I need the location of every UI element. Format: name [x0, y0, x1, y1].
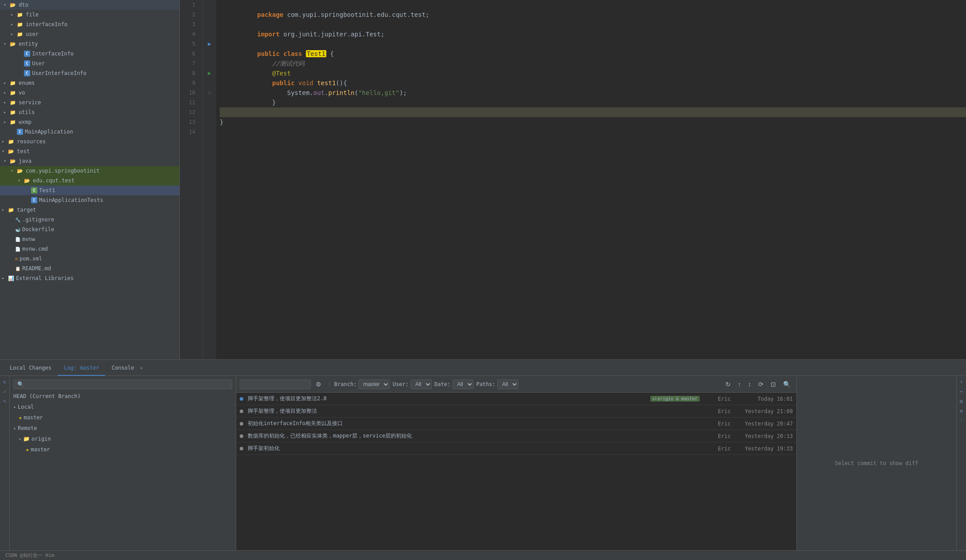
- tree-item-wxmp[interactable]: wxmp: [0, 117, 179, 127]
- tree-item-pom-xml[interactable]: m pom.xml: [0, 254, 179, 264]
- branch-search-input[interactable]: [13, 379, 232, 389]
- branch-item-head[interactable]: HEAD (Current Branch): [10, 391, 236, 402]
- tree-item-interfaceInfo[interactable]: interfaceInfo: [0, 20, 179, 29]
- tree-item-dto[interactable]: dto: [0, 0, 179, 10]
- push-icon[interactable]: ↑: [736, 379, 743, 389]
- tree-item-edu-cqut[interactable]: edu.cqut.test: [0, 176, 179, 185]
- tree-item-UserInterfaceInfo[interactable]: C UserInterfaceInfo: [0, 68, 179, 78]
- log-toolbar: ⚙ | Branch: master User: All Date:: [236, 376, 796, 393]
- code-line-11: [220, 98, 966, 107]
- arrow-icon: [2, 149, 7, 154]
- tree-item-gitignore[interactable]: 🔧 .gitignore: [0, 215, 179, 225]
- branch-item-origin[interactable]: ▾ 📁 origin: [10, 434, 236, 444]
- tree-label: MainApplicationTests: [39, 197, 103, 203]
- tree-item-entity[interactable]: entity: [0, 39, 179, 49]
- tree-item-utils[interactable]: utils: [0, 107, 179, 117]
- tree-item-enums[interactable]: enums: [0, 78, 179, 88]
- paths-filter-select[interactable]: All: [497, 379, 519, 389]
- tree-item-Dockerfile[interactable]: 🐋 Dockerfile: [0, 225, 179, 234]
- fetch-icon[interactable]: ⟳: [756, 379, 766, 389]
- branch-filter-select[interactable]: master: [358, 379, 390, 389]
- close-console-icon[interactable]: ✕: [140, 365, 143, 371]
- arrow-icon: [4, 119, 9, 125]
- commit-dot: [240, 410, 243, 413]
- tab-local-changes[interactable]: Local Changes: [4, 360, 58, 376]
- file-tree-sidebar[interactable]: dto file interfaceInfo user entity: [0, 0, 180, 359]
- tree-item-external-libraries[interactable]: 📊 External Libraries: [0, 273, 179, 283]
- detail-placeholder: Select commit to show diff: [835, 460, 918, 466]
- tree-label: edu.cqut.test: [33, 177, 75, 184]
- branch-item-remote-master[interactable]: ★ master: [10, 444, 236, 455]
- tree-item-Test1[interactable]: C Test1: [0, 185, 179, 195]
- tree-item-mvnw[interactable]: 📄 mvnw: [0, 234, 179, 244]
- settings-icon[interactable]: ⚙: [313, 379, 324, 389]
- tree-label: service: [19, 99, 41, 106]
- commit-date: Yesterday 19:33: [735, 446, 793, 452]
- refresh-icon[interactable]: ↻: [1, 378, 9, 386]
- branch-search-area[interactable]: [10, 378, 236, 391]
- arrow-icon: [11, 129, 16, 134]
- commit-row-3[interactable]: 初始化interfaceInfo相关类以及接口 Eric Yesterday 2…: [236, 418, 796, 430]
- tree-item-java[interactable]: java: [0, 156, 179, 166]
- commit-tags: 🏷 origin & master: [650, 396, 700, 402]
- check-icon[interactable]: ✓: [1, 387, 9, 395]
- tree-item-readme[interactable]: 📋 README.md: [0, 264, 179, 273]
- commit-row-5[interactable]: 脚手架初始化 Eric Yesterday 19:33: [236, 442, 796, 455]
- folder-icon: [10, 90, 17, 96]
- branch-item-local[interactable]: ▾ Local: [10, 402, 236, 412]
- date-filter-select[interactable]: All: [452, 379, 474, 389]
- tree-label: vo: [19, 90, 25, 96]
- stash-icon[interactable]: ⊡: [768, 379, 778, 389]
- tree-item-user[interactable]: user: [0, 29, 179, 39]
- branch-item-remote[interactable]: ▾ Remote: [10, 423, 236, 434]
- branch-label: Remote: [18, 425, 37, 431]
- tree-item-target[interactable]: target: [0, 205, 179, 215]
- branch-item-local-master[interactable]: ★ master: [10, 412, 236, 423]
- tab-console[interactable]: Console ✕: [105, 360, 149, 376]
- folder-icon: [17, 12, 24, 18]
- commit-row-2[interactable]: 脚手架整理，使项目更加整洁 Eric Yesterday 21:08: [236, 405, 796, 418]
- undo-icon[interactable]: ↩: [958, 387, 966, 395]
- folder-icon: [17, 168, 24, 174]
- class-icon: C: [31, 197, 37, 203]
- log-search-input[interactable]: [240, 379, 311, 389]
- edit-icon[interactable]: ✎: [1, 397, 9, 405]
- tree-item-file[interactable]: file: [0, 10, 179, 20]
- date-filter: Date: All: [435, 379, 474, 389]
- right-edge-panel: ↑ ↩ ⊞ ≡ ⋮: [956, 376, 966, 550]
- commit-date: Yesterday 20:47: [735, 421, 793, 427]
- tree-item-MainApplication[interactable]: C MainApplication: [0, 127, 179, 137]
- tab-log-master[interactable]: Log: master: [58, 360, 105, 376]
- tree-item-mvnw-cmd[interactable]: 📄 mvnw.cmd: [0, 244, 179, 254]
- tree-label: UserInterfaceInfo: [32, 70, 87, 76]
- commit-log-list[interactable]: 脚手架整理，使项目更加整洁2.0 🏷 origin & master Eric …: [236, 393, 796, 550]
- bottom-panel: Local Changes Log: master Console ✕ ↻ ✓ …: [0, 359, 966, 550]
- tree-item-MainApplicationTests[interactable]: C MainApplicationTests: [0, 195, 179, 205]
- commit-row-1[interactable]: 脚手架整理，使项目更加整洁2.0 🏷 origin & master Eric …: [236, 393, 796, 405]
- commit-row-4[interactable]: 数据库的初始化，已经相应实体类，mapper层，service层的初始化 Eri…: [236, 430, 796, 442]
- tree-item-resources[interactable]: resources: [0, 137, 179, 146]
- arrow-icon: [9, 217, 14, 222]
- grid-icon[interactable]: ⊞: [958, 397, 966, 405]
- user-filter-select[interactable]: All: [411, 379, 432, 389]
- tree-item-test[interactable]: test: [0, 146, 179, 156]
- branch-panel[interactable]: HEAD (Current Branch) ▾ Local ★ master ▾…: [10, 376, 236, 550]
- folder-icon: [10, 80, 17, 86]
- tree-item-service[interactable]: service: [0, 98, 179, 107]
- tree-item-User[interactable]: C User: [0, 59, 179, 68]
- code-view[interactable]: 1 2 3 4 5 6 7 8 9 10 11 12 13 14: [180, 0, 966, 359]
- refresh-log-icon[interactable]: ↻: [723, 379, 733, 389]
- tree-label: InterfaceInfo: [32, 51, 74, 57]
- folder-icon: [10, 119, 17, 125]
- code-content[interactable]: package com.yupi.springbootinit.edu.cqut…: [216, 0, 966, 359]
- search-log-icon[interactable]: 🔍: [781, 379, 793, 389]
- tree-label: pom.xml: [20, 256, 42, 262]
- up-icon[interactable]: ↑: [958, 378, 966, 386]
- commit-author: Eric: [704, 446, 731, 452]
- tree-item-vo[interactable]: vo: [0, 88, 179, 98]
- tree-item-com-yupi[interactable]: com.yupi.springbootinit: [0, 166, 179, 176]
- filter-icon[interactable]: ≡: [958, 407, 966, 415]
- tree-item-InterfaceInfo[interactable]: C InterfaceInfo: [0, 49, 179, 59]
- more-icon[interactable]: ⋮: [958, 417, 966, 425]
- pull-icon[interactable]: ↕: [746, 379, 753, 389]
